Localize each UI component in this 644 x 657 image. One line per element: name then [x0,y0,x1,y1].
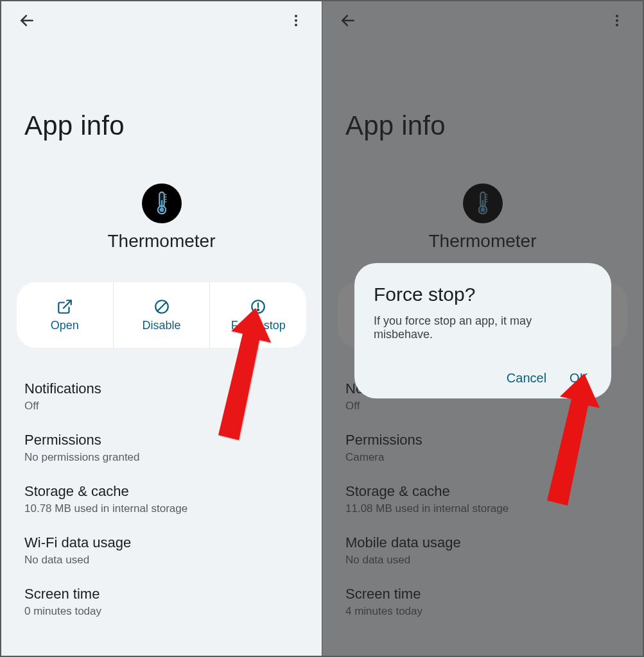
setting-storage[interactable]: Storage & cache 10.78 MB used in interna… [24,474,299,525]
ok-button[interactable]: OK [570,371,588,386]
open-label: Open [51,319,79,332]
thermometer-icon [151,191,173,216]
svg-rect-7 [161,200,162,209]
top-bar [1,1,322,40]
svg-line-14 [157,302,166,311]
more-vert-icon [288,13,304,28]
svg-line-12 [64,300,71,308]
dialog-actions: Cancel OK [374,371,592,386]
arrow-left-icon [19,12,35,29]
setting-wifi-data[interactable]: Wi-Fi data usage No data used [24,525,299,576]
screenshot-right: App info Thermometer Open Disable [322,1,643,656]
svg-point-2 [295,19,297,22]
screenshot-left: App info Thermometer Open Disable [1,1,322,656]
settings-list: Notifications Off Permissions No permiss… [24,371,299,627]
app-name: Thermometer [107,231,215,252]
disable-button[interactable]: Disable [113,282,210,348]
app-header: Thermometer [1,183,322,252]
svg-point-6 [159,208,164,212]
disable-icon [153,298,170,315]
action-button-row: Open Disable Force stop [17,282,306,348]
dialog-title: Force stop? [374,284,592,305]
svg-point-1 [295,15,297,17]
setting-screen-time[interactable]: Screen time 0 minutes today [24,576,299,627]
setting-notifications[interactable]: Notifications Off [24,371,299,422]
svg-point-17 [257,309,259,310]
svg-point-3 [295,24,297,26]
back-button[interactable] [15,9,39,32]
open-button[interactable]: Open [17,282,113,348]
open-icon [57,298,73,315]
dialog-message: If you force stop an app, it may misbeha… [374,314,592,341]
setting-permissions[interactable]: Permissions No permissions granted [24,422,299,474]
alert-icon [250,298,266,315]
force-stop-label: Force stop [231,319,286,332]
more-button[interactable] [284,9,308,32]
force-stop-button[interactable]: Force stop [209,282,306,348]
disable-label: Disable [142,319,180,332]
app-icon [142,183,182,223]
force-stop-dialog: Force stop? If you force stop an app, it… [354,263,611,398]
page-title: App info [1,40,322,154]
cancel-button[interactable]: Cancel [507,371,546,386]
